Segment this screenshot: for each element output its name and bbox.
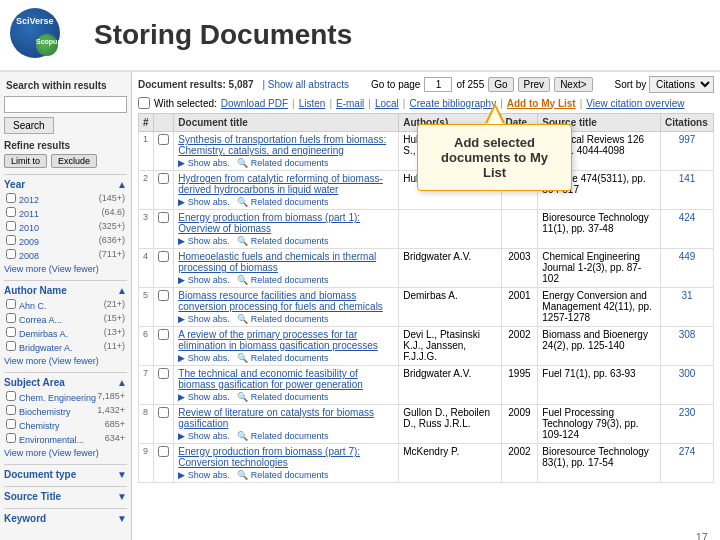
row-citations-8: 274 bbox=[660, 444, 713, 483]
facet-year: Year ▲ 2012 (145+) 2011 (64.6) 2010 (325… bbox=[4, 174, 127, 274]
select-all-checkbox[interactable] bbox=[138, 97, 150, 109]
view-citation-overview-link[interactable]: View citation overview bbox=[586, 98, 684, 109]
cited-link-1[interactable]: 141 bbox=[679, 173, 696, 184]
cited-link-0[interactable]: 997 bbox=[679, 134, 696, 145]
row-title-6: The technical and economic feasibility o… bbox=[174, 366, 399, 405]
show-abs-link-0[interactable]: ▶ Show abs. bbox=[178, 158, 230, 168]
related-docs-link-4[interactable]: 🔍 Related documents bbox=[237, 314, 328, 324]
col-citations[interactable]: Citations bbox=[660, 114, 713, 132]
cited-link-6[interactable]: 300 bbox=[679, 368, 696, 379]
doc-title-link-0[interactable]: Synthesis of transportation fuels from b… bbox=[178, 134, 386, 156]
facet-author-demirbas: Demirbas A. (13+) bbox=[4, 326, 127, 340]
doc-title-link-8[interactable]: Energy production from biomass (part 7):… bbox=[178, 446, 360, 468]
facet-year-view-more[interactable]: View more (View fewer) bbox=[4, 264, 127, 274]
go-button[interactable]: Go bbox=[488, 77, 513, 92]
local-link[interactable]: Local bbox=[375, 98, 399, 109]
related-docs-link-3[interactable]: 🔍 Related documents bbox=[237, 275, 328, 285]
row-checkbox-3[interactable] bbox=[158, 251, 169, 262]
facet-year-header[interactable]: Year ▲ bbox=[4, 179, 127, 190]
row-num-3: 4 bbox=[139, 249, 154, 288]
row-checkbox-8[interactable] bbox=[158, 446, 169, 457]
page-title: Storing Documents bbox=[94, 19, 352, 51]
row-cb-6 bbox=[153, 366, 173, 405]
limit-to-button[interactable]: Limit to bbox=[4, 154, 47, 168]
cited-link-7[interactable]: 230 bbox=[679, 407, 696, 418]
exclude-button[interactable]: Exclude bbox=[51, 154, 97, 168]
doc-title-link-6[interactable]: The technical and economic feasibility o… bbox=[178, 368, 363, 390]
table-row: 4 Homeoelastic fuels and chemicals in th… bbox=[139, 249, 714, 288]
cited-link-8[interactable]: 274 bbox=[679, 446, 696, 457]
facet-subject-header[interactable]: Subject Area ▲ bbox=[4, 377, 127, 388]
cited-link-2[interactable]: 424 bbox=[679, 212, 696, 223]
download-pdf-link[interactable]: Download PDF bbox=[221, 98, 288, 109]
related-docs-link-2[interactable]: 🔍 Related documents bbox=[237, 236, 328, 246]
tooltip-arrow-inner bbox=[487, 107, 503, 124]
row-checkbox-7[interactable] bbox=[158, 407, 169, 418]
facet-source-header[interactable]: Source Title ▼ bbox=[4, 491, 127, 502]
logo-area: SciVerse Scopus bbox=[10, 8, 64, 62]
cited-link-4[interactable]: 31 bbox=[681, 290, 692, 301]
show-abs-link-7[interactable]: ▶ Show abs. bbox=[178, 431, 230, 441]
doc-title-link-1[interactable]: Hydrogen from catalytic reforming of bio… bbox=[178, 173, 383, 195]
row-actions-1: ▶ Show abs. 🔍 Related documents bbox=[178, 197, 394, 207]
facet-keyword-header[interactable]: Keyword ▼ bbox=[4, 513, 127, 524]
create-bibliography-link[interactable]: Create bibliography bbox=[409, 98, 496, 109]
action-bar: With selected: Download PDF | Listen | E… bbox=[138, 97, 714, 109]
search-within-input[interactable] bbox=[4, 96, 127, 113]
doc-title-link-5[interactable]: A review of the primary processes for ta… bbox=[178, 329, 378, 351]
show-abs-link-2[interactable]: ▶ Show abs. bbox=[178, 236, 230, 246]
facet-subject-view-more[interactable]: View more (View fewer) bbox=[4, 448, 127, 458]
row-cb-3 bbox=[153, 249, 173, 288]
show-abs-link-8[interactable]: ▶ Show abs. bbox=[178, 470, 230, 480]
doc-title-link-2[interactable]: Energy production from biomass (part 1):… bbox=[178, 212, 360, 234]
search-within-button[interactable]: Search bbox=[4, 117, 54, 134]
show-abs-link-1[interactable]: ▶ Show abs. bbox=[178, 197, 230, 207]
row-checkbox-4[interactable] bbox=[158, 290, 169, 301]
related-docs-link-7[interactable]: 🔍 Related documents bbox=[237, 431, 328, 441]
page-input[interactable] bbox=[424, 77, 452, 92]
logo-circle: SciVerse Scopus bbox=[10, 8, 60, 58]
doc-title-link-7[interactable]: Review of literature on catalysts for bi… bbox=[178, 407, 374, 429]
col-title[interactable]: Document title bbox=[174, 114, 399, 132]
next-button[interactable]: Next> bbox=[554, 77, 592, 92]
row-checkbox-2[interactable] bbox=[158, 212, 169, 223]
row-author-7: Gullon D., Reboilen D., Russ J.R.L. bbox=[399, 405, 501, 444]
row-actions-8: ▶ Show abs. 🔍 Related documents bbox=[178, 470, 394, 480]
related-docs-link-1[interactable]: 🔍 Related documents bbox=[237, 197, 328, 207]
row-date-4: 2001 bbox=[501, 288, 538, 327]
row-checkbox-0[interactable] bbox=[158, 134, 169, 145]
related-docs-link-0[interactable]: 🔍 Related documents bbox=[237, 158, 328, 168]
row-date-6: 1995 bbox=[501, 366, 538, 405]
show-abstracts-link[interactable]: | Show all abstracts bbox=[262, 79, 349, 90]
facet-author-header[interactable]: Author Name ▲ bbox=[4, 285, 127, 296]
prev-button[interactable]: Prev bbox=[518, 77, 551, 92]
facet-subject-env: Environmental... 634+ bbox=[4, 432, 127, 446]
related-docs-link-5[interactable]: 🔍 Related documents bbox=[237, 353, 328, 363]
show-abs-link-6[interactable]: ▶ Show abs. bbox=[178, 392, 230, 402]
row-checkbox-5[interactable] bbox=[158, 329, 169, 340]
cited-link-5[interactable]: 308 bbox=[679, 329, 696, 340]
row-source-2: Bioresource Technology 11(1), pp. 37-48 bbox=[538, 210, 661, 249]
row-checkbox-6[interactable] bbox=[158, 368, 169, 379]
row-actions-4: ▶ Show abs. 🔍 Related documents bbox=[178, 314, 394, 324]
cited-link-3[interactable]: 449 bbox=[679, 251, 696, 262]
facet-year-2009: 2009 (636+) bbox=[4, 234, 127, 248]
add-to-my-list-link[interactable]: Add to My List bbox=[507, 98, 576, 109]
facet-doctype-header[interactable]: Document type ▼ bbox=[4, 469, 127, 480]
row-actions-7: ▶ Show abs. 🔍 Related documents bbox=[178, 431, 394, 441]
listen-link[interactable]: Listen bbox=[299, 98, 326, 109]
show-abs-link-4[interactable]: ▶ Show abs. bbox=[178, 314, 230, 324]
facet-author-view-more[interactable]: View more (View fewer) bbox=[4, 356, 127, 366]
email-link[interactable]: E-mail bbox=[336, 98, 364, 109]
row-checkbox-1[interactable] bbox=[158, 173, 169, 184]
row-title-0: Synthesis of transportation fuels from b… bbox=[174, 132, 399, 171]
related-docs-link-6[interactable]: 🔍 Related documents bbox=[237, 392, 328, 402]
show-abs-link-3[interactable]: ▶ Show abs. bbox=[178, 275, 230, 285]
related-docs-link-8[interactable]: 🔍 Related documents bbox=[237, 470, 328, 480]
sort-select[interactable]: Citations bbox=[649, 76, 714, 93]
show-abs-link-5[interactable]: ▶ Show abs. bbox=[178, 353, 230, 363]
limit-exclude-bar: Limit to Exclude bbox=[4, 154, 127, 168]
doc-title-link-3[interactable]: Homeoelastic fuels and chemicals in ther… bbox=[178, 251, 376, 273]
doc-title-link-4[interactable]: Biomass resource facilities and biomass … bbox=[178, 290, 383, 312]
row-source-3: Chemical Engineering Journal 1-2(3), pp.… bbox=[538, 249, 661, 288]
